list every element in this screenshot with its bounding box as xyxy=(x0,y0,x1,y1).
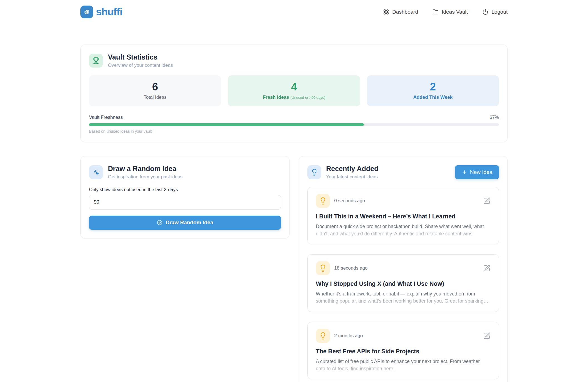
dashboard-grid-icon xyxy=(383,9,389,15)
freshness-label: Vault Freshness xyxy=(89,115,123,120)
vault-statistics-subtitle: Overview of your content ideas xyxy=(108,63,173,68)
idea-title: Why I Stopped Using X (and What I Use No… xyxy=(316,280,491,287)
lightbulb-yellow-icon xyxy=(316,261,330,275)
freshness-progress-fill xyxy=(89,123,364,126)
draw-card-title: Draw a Random Idea xyxy=(108,165,182,173)
stat-added-value: 2 xyxy=(370,81,496,93)
stats-row: 6 Total Ideas 4 Fresh Ideas (Unused or >… xyxy=(89,75,499,106)
recent-card-title: Recently Added xyxy=(326,165,379,173)
nav-label-dashboard: Dashboard xyxy=(392,9,418,15)
stat-fresh-ideas: 4 Fresh Ideas (Unused or >90 days) xyxy=(228,75,360,106)
idea-description: Whether it’s a framework, tool, or habit… xyxy=(316,290,491,305)
freshness-progressbar xyxy=(89,123,499,126)
idea-description: Document a quick side project or hackath… xyxy=(316,223,491,238)
edit-idea-button[interactable] xyxy=(483,197,490,204)
idea-card: 2 months ago The Best Free APIs for Side… xyxy=(307,322,499,379)
new-idea-button-label: New Idea xyxy=(470,169,492,175)
stat-total-label: Total Ideas xyxy=(92,95,218,100)
draw-button-label: Draw Random Idea xyxy=(166,220,213,226)
play-circle-icon xyxy=(157,220,163,226)
app-header: shuffi Dashboard Ideas Vault xyxy=(80,0,508,24)
idea-title: I Built This in a Weekend – Here’s What … xyxy=(316,213,491,220)
edit-pencil-icon xyxy=(483,197,490,204)
idea-card: 18 seconds ago Why I Stopped Using X (an… xyxy=(307,254,499,312)
folder-icon xyxy=(433,9,439,15)
days-filter-input[interactable] xyxy=(89,195,281,210)
vault-statistics-title: Vault Statistics xyxy=(108,53,173,61)
stat-fresh-label: Fresh Ideas (Unused or >90 days) xyxy=(231,95,357,100)
main-nav: Dashboard Ideas Vault Logout xyxy=(383,9,508,15)
nav-item-logout[interactable]: Logout xyxy=(482,9,508,15)
edit-idea-button[interactable] xyxy=(483,332,490,339)
nav-label-ideas-vault: Ideas Vault xyxy=(442,9,468,15)
lightbulb-blue-icon xyxy=(307,165,321,179)
trophy-icon xyxy=(89,54,103,68)
stat-added-label: Added This Week xyxy=(370,95,496,100)
draw-card-subtitle: Get inspiration from your past ideas xyxy=(108,174,182,180)
edit-pencil-icon xyxy=(483,265,490,272)
days-filter-label: Only show ideas not used in the last X d… xyxy=(89,187,281,192)
draw-random-idea-card: Draw a Random Idea Get inspiration from … xyxy=(80,156,290,238)
vault-statistics-card: Vault Statistics Overview of your conten… xyxy=(80,45,508,142)
idea-card: 0 seconds ago I Built This in a Weekend … xyxy=(307,187,499,245)
new-idea-button[interactable]: New Idea xyxy=(455,165,499,179)
main-content: Vault Statistics Overview of your conten… xyxy=(80,45,508,382)
lightbulb-yellow-icon xyxy=(316,329,330,343)
idea-description: A curated list of free public APIs to en… xyxy=(316,358,491,373)
stat-fresh-note: (Unused or >90 days) xyxy=(290,95,325,100)
pointer-click-icon xyxy=(89,165,103,179)
brand-spiral-icon xyxy=(80,6,93,18)
edit-pencil-icon xyxy=(483,332,490,339)
lightbulb-yellow-icon xyxy=(316,194,330,208)
stat-total-ideas: 6 Total Ideas xyxy=(89,75,221,106)
nav-label-logout: Logout xyxy=(491,9,508,15)
idea-timestamp: 2 months ago xyxy=(334,333,483,339)
ideas-list: 0 seconds ago I Built This in a Weekend … xyxy=(307,187,499,379)
brand-name: shuffi xyxy=(96,6,122,18)
vault-freshness: Vault Freshness 67% Based on unused idea… xyxy=(89,115,499,134)
stat-added-week: 2 Added This Week xyxy=(367,75,499,106)
edit-idea-button[interactable] xyxy=(483,265,490,272)
nav-item-ideas-vault[interactable]: Ideas Vault xyxy=(433,9,468,15)
idea-title: The Best Free APIs for Side Projects xyxy=(316,348,491,355)
freshness-percent: 67% xyxy=(490,115,499,120)
draw-random-idea-button[interactable]: Draw Random Idea xyxy=(89,216,281,230)
freshness-caption: Based on unused ideas in your vault xyxy=(89,129,499,134)
nav-item-dashboard[interactable]: Dashboard xyxy=(383,9,418,15)
idea-timestamp: 0 seconds ago xyxy=(334,198,483,204)
stat-fresh-value: 4 xyxy=(231,81,357,93)
app-logo[interactable]: shuffi xyxy=(80,6,122,18)
stat-total-value: 6 xyxy=(92,81,218,93)
recently-added-card: Recently Added Your latest content ideas… xyxy=(299,156,508,382)
power-icon xyxy=(482,9,488,15)
idea-timestamp: 18 seconds ago xyxy=(334,265,483,271)
recent-card-subtitle: Your latest content ideas xyxy=(326,174,379,180)
plus-icon xyxy=(462,169,467,175)
